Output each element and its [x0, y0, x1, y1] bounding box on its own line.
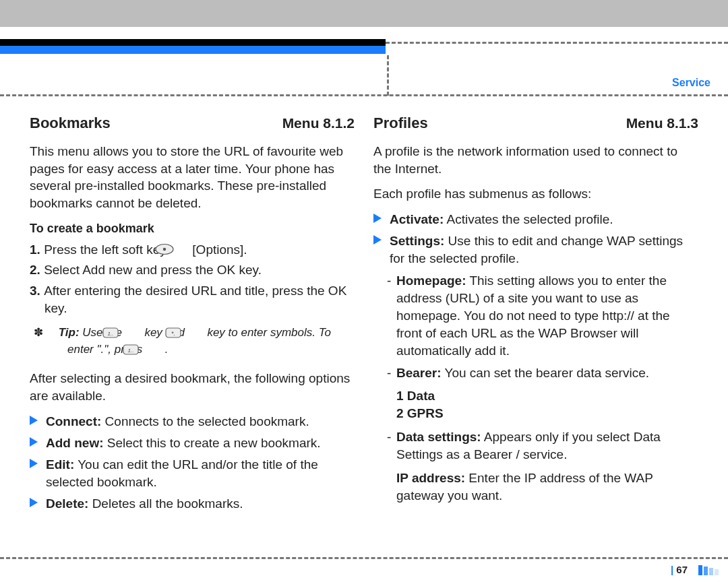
page-number-separator-icon: |	[671, 564, 673, 575]
opt-connect: Connect: Connects to the selected bookma…	[30, 413, 355, 430]
header-blue-bar	[0, 46, 386, 54]
svg-text:1..: 1..	[107, 331, 113, 337]
section-title: Bookmarks	[30, 115, 111, 132]
tip-label: Tip:	[59, 326, 80, 339]
step-1: 1. Press the left soft key [Options].	[30, 241, 355, 259]
step-3-text: After entering the desired URL and title…	[44, 284, 346, 316]
opt-edit: Edit: You can edit the URL and/or the ti…	[30, 456, 355, 491]
tip-text-d: .	[165, 343, 169, 356]
create-bookmark-heading: To create a bookmark	[30, 222, 355, 236]
opt-activate-text: Activates the selected profile.	[444, 212, 613, 226]
header-dash-vertical	[387, 55, 389, 96]
section-tab-label: Service	[672, 77, 710, 89]
asterisk-icon: ✽	[44, 325, 55, 342]
section-title-profiles: Profiles	[373, 115, 428, 132]
opt-activate-label: Activate:	[390, 212, 444, 226]
profiles-intro-1: A profile is the network information use…	[373, 143, 698, 177]
key-icon-1b: 1..	[146, 344, 162, 354]
page-edge-bars-icon	[698, 565, 719, 575]
opt-activate: Activate: Activates the selected profile…	[373, 211, 698, 228]
bearer-options: 1 Data 2 GPRS	[373, 387, 698, 423]
opt-edit-label: Edit:	[46, 457, 74, 472]
svg-text:*.: *.	[171, 330, 175, 337]
menu-number-profiles: Menu 8.1.3	[626, 115, 698, 131]
bookmark-options-list: Connect: Connects to the selected bookma…	[30, 413, 355, 513]
opt-settings: Settings: Use this to edit and change WA…	[373, 232, 698, 267]
ip-label: IP address:	[396, 471, 465, 485]
opt-addnew-text: Select this to create a new bookmark.	[104, 436, 321, 450]
bearer-opt-2: 2 GPRS	[396, 406, 444, 420]
sub-bearer: Bearer: You can set the bearer data serv…	[373, 364, 698, 382]
right-column: Profiles Menu 8.1.3 A profile is the net…	[373, 115, 698, 546]
opt-delete-text: Deletes all the bookmarks.	[88, 496, 243, 511]
step-3: 3. After entering the desired URL and ti…	[30, 282, 355, 318]
opt-add-new: Add new: Select this to create a new boo…	[30, 434, 355, 452]
opt-delete: Delete: Deletes all the bookmarks.	[30, 495, 355, 513]
step-1-text-b: [Options].	[192, 243, 247, 257]
menu-number: Menu 8.1.2	[282, 115, 355, 131]
footer-dash	[0, 557, 728, 559]
header-black-bar	[0, 39, 386, 46]
step-2-text: Select Add new and press the OK key.	[44, 263, 262, 277]
page-header	[0, 0, 728, 47]
step-2: 2. Select Add new and press the OK key.	[30, 261, 355, 280]
opt-connect-text: Connects to the selected bookmark.	[101, 414, 309, 428]
bookmarks-intro: This menu allows you to store the URL of…	[30, 143, 355, 212]
left-column: Bookmarks Menu 8.1.2 This menu allows yo…	[30, 115, 355, 546]
opt-edit-text: You can edit the URL and/or the title of…	[46, 457, 318, 489]
after-select-text: After selecting a desired bookmark, the …	[30, 370, 355, 404]
sub-bearer-label: Bearer:	[396, 366, 442, 380]
settings-sublist: Homepage: This setting allows you to ent…	[373, 272, 698, 382]
sub-homepage-label: Homepage:	[396, 273, 466, 288]
sub-data-settings: Data settings: Appears only if you selec…	[373, 428, 698, 463]
key-icon-star: *.	[188, 327, 204, 337]
header-dash-bottom	[0, 94, 728, 96]
bearer-opt-1: 1 Data	[396, 389, 435, 403]
opt-settings-label: Settings:	[390, 234, 444, 248]
sub-homepage: Homepage: This setting allows you to ent…	[373, 272, 698, 360]
profiles-intro-2: Each profile has submenus as follows:	[373, 185, 698, 203]
opt-connect-label: Connect:	[46, 414, 101, 428]
header-dash-right	[386, 42, 728, 44]
page-number-value: 67	[676, 564, 688, 575]
manual-page: Service Bookmarks Menu 8.1.2 This menu a…	[0, 0, 728, 582]
tip-block: ✽ Tip: Use the 1.. key and *. key to ent…	[30, 325, 355, 358]
opt-delete-label: Delete:	[46, 496, 88, 511]
left-soft-key-icon	[170, 243, 189, 255]
opt-addnew-label: Add new:	[46, 436, 104, 450]
step-1-text-a: Press the left soft key	[44, 243, 170, 257]
section-heading-profiles: Profiles Menu 8.1.3	[373, 115, 698, 132]
svg-text:1..: 1..	[128, 348, 134, 354]
section-heading-bookmarks: Bookmarks Menu 8.1.2	[30, 115, 355, 132]
create-bookmark-steps: 1. Press the left soft key [Options]. 2.…	[30, 241, 355, 318]
settings-sublist-2: Data settings: Appears only if you selec…	[373, 428, 698, 463]
content-columns: Bookmarks Menu 8.1.2 This menu allows yo…	[0, 115, 728, 546]
page-number: |67	[671, 564, 688, 575]
sub-bearer-text: You can set the bearer data service.	[442, 366, 649, 380]
profiles-arrow-list: Activate: Activates the selected profile…	[373, 211, 698, 268]
ip-address-block: IP address: Enter the IP address of the …	[373, 470, 698, 505]
sub-datasettings-label: Data settings:	[396, 430, 481, 444]
key-icon-1: 1..	[125, 327, 142, 337]
svg-point-1	[163, 247, 166, 250]
